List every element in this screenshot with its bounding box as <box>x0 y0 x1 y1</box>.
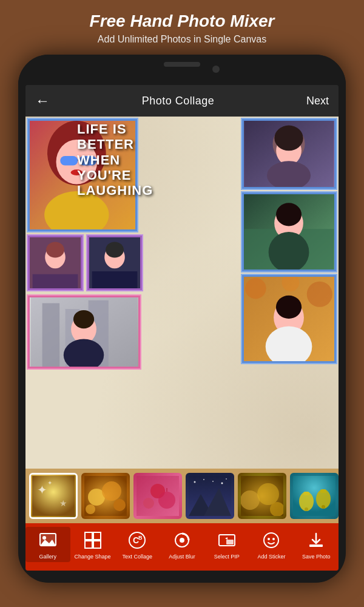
tool-sticker-label: Add Sticker <box>257 554 285 560</box>
photo-bg-3 <box>244 194 334 270</box>
svg-point-11 <box>274 126 303 151</box>
toolbar: Gallery Change Shape <box>25 523 339 571</box>
svg-rect-78 <box>85 532 92 540</box>
bg-thumb-inner-6 <box>290 473 339 519</box>
bg-thumb-6[interactable] <box>290 473 339 519</box>
svg-rect-88 <box>226 540 234 544</box>
svg-rect-92 <box>309 544 323 547</box>
photo-frame-4[interactable] <box>28 236 83 290</box>
tool-text[interactable]: C B Text Collage <box>115 527 160 562</box>
svg-point-49 <box>86 504 95 514</box>
tool-shape[interactable]: Change Shape <box>70 527 115 562</box>
shape-icon <box>82 529 104 551</box>
svg-point-58 <box>194 481 196 483</box>
svg-point-90 <box>268 538 270 540</box>
phone-top-bar <box>18 55 346 85</box>
tool-save[interactable]: Save Photo <box>294 527 339 562</box>
svg-point-65 <box>257 483 279 505</box>
tool-pip[interactable]: Select PIP <box>204 527 249 562</box>
svg-point-62 <box>212 481 214 482</box>
save-icon <box>305 529 327 551</box>
bg-thumb-inner-3 <box>133 473 182 519</box>
svg-rect-81 <box>93 541 101 548</box>
tool-gallery-label: Gallery <box>39 554 57 560</box>
photo-frame-3[interactable] <box>242 192 336 271</box>
svg-point-28 <box>307 282 332 307</box>
photo-bg-6 <box>244 277 334 361</box>
text-collage-icon: C B <box>126 529 148 551</box>
photo-bg-7 <box>30 297 138 367</box>
bg-thumb-inner-5 <box>238 473 286 519</box>
bg-thumb-3[interactable] <box>133 473 182 519</box>
photo-frame-2[interactable] <box>242 119 336 189</box>
svg-text:✦: ✦ <box>47 480 52 486</box>
phone-frame: ← Photo Collage Next LIFE ISBETTERWHENYO… <box>18 55 346 583</box>
svg-point-73 <box>322 505 325 509</box>
tool-pip-label: Select PIP <box>214 554 240 560</box>
svg-text:✦: ✦ <box>37 483 47 497</box>
svg-point-31 <box>276 296 302 319</box>
back-button[interactable]: ← <box>35 92 50 109</box>
header-title: Free Hand Photo Mixer <box>12 11 352 32</box>
bg-thumb-inner-1: ✦ ★ ✦ <box>31 475 76 517</box>
svg-rect-80 <box>85 541 92 548</box>
tool-save-label: Save Photo <box>302 554 331 560</box>
next-button[interactable]: Next <box>306 95 329 107</box>
background-strip: ✦ ★ ✦ <box>25 469 339 523</box>
photo-frame-1[interactable] <box>28 119 137 231</box>
phone-speaker <box>164 62 200 67</box>
bg-thumb-1[interactable]: ✦ ★ ✦ <box>29 473 78 519</box>
svg-point-70 <box>305 507 308 511</box>
svg-point-76 <box>42 536 46 540</box>
svg-point-91 <box>272 538 275 540</box>
tool-gallery[interactable]: Gallery <box>25 527 70 562</box>
svg-rect-79 <box>93 532 101 540</box>
svg-point-86 <box>180 538 184 543</box>
photo-frame-6[interactable] <box>242 275 336 363</box>
svg-point-20 <box>46 242 64 257</box>
marketing-header: Free Hand Photo Mixer Add Unlimited Phot… <box>0 0 364 51</box>
photo-bg-1 <box>30 121 135 229</box>
photo-frame-7[interactable] <box>28 296 140 368</box>
photo-frame-5[interactable] <box>87 236 142 290</box>
bg-thumb-inner-4 <box>186 473 234 519</box>
pip-icon <box>216 529 238 551</box>
svg-text:B: B <box>138 535 143 541</box>
svg-point-16 <box>276 203 302 226</box>
svg-rect-25 <box>92 271 138 288</box>
svg-point-89 <box>264 533 278 548</box>
svg-point-52 <box>143 498 154 509</box>
bg-thumb-inner-2 <box>81 473 130 519</box>
svg-point-7 <box>71 169 83 175</box>
tool-shape-label: Change Shape <box>75 554 111 560</box>
blur-icon <box>171 529 193 551</box>
svg-text:★: ★ <box>59 498 67 508</box>
svg-point-47 <box>102 481 121 501</box>
tool-blur[interactable]: Adjust Blur <box>160 527 204 562</box>
svg-point-27 <box>245 278 266 299</box>
tool-blur-label: Adjust Blur <box>169 554 195 560</box>
photo-bg-5 <box>89 237 140 288</box>
photo-bg-2 <box>244 121 334 187</box>
svg-point-53 <box>158 492 175 509</box>
tool-sticker[interactable]: Add Sticker <box>249 527 294 562</box>
nav-title: Photo Collage <box>142 95 215 107</box>
collage-canvas: LIFE ISBETTERWHENYOU'RELAUGHING <box>25 117 339 469</box>
gallery-icon <box>37 529 59 551</box>
bg-thumb-4[interactable] <box>186 473 234 519</box>
svg-point-48 <box>113 499 126 511</box>
svg-rect-21 <box>33 274 78 288</box>
svg-rect-69 <box>303 492 309 495</box>
sticker-icon <box>260 529 282 551</box>
svg-point-24 <box>106 242 124 257</box>
svg-rect-35 <box>42 304 60 367</box>
svg-point-61 <box>226 478 227 480</box>
photo-bg-4 <box>30 237 81 288</box>
svg-rect-72 <box>320 489 326 493</box>
tool-text-label: Text Collage <box>123 554 153 560</box>
phone-screen: ← Photo Collage Next LIFE ISBETTERWHENYO… <box>25 85 339 571</box>
bg-thumb-2[interactable] <box>81 473 130 519</box>
bg-thumb-5[interactable] <box>238 473 286 519</box>
collage-canvas-area: LIFE ISBETTERWHENYOU'RELAUGHING <box>25 117 339 469</box>
header-subtitle: Add Unlimited Photos in Single Canvas <box>12 34 352 45</box>
